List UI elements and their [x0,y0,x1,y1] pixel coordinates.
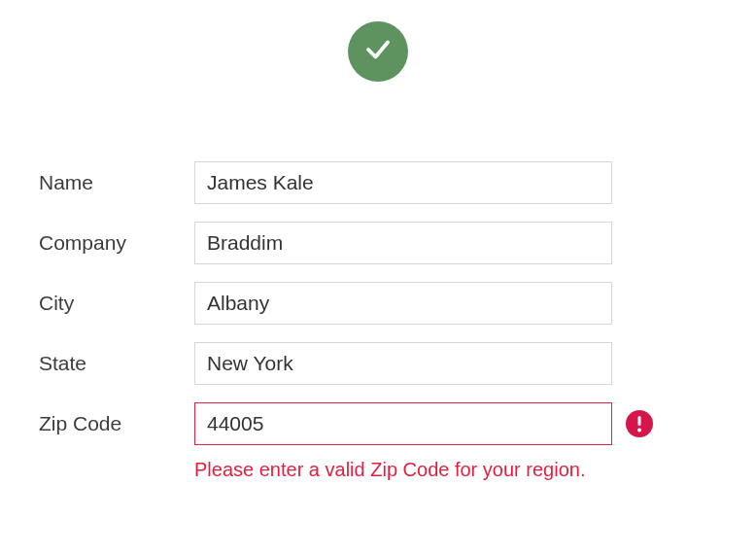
error-icon [626,410,653,437]
city-input[interactable] [194,282,612,325]
form-row-state: State [39,342,717,385]
checkmark-icon [363,35,393,68]
state-input[interactable] [194,342,612,385]
zip-label: Zip Code [39,412,194,435]
company-input[interactable] [194,222,612,264]
success-badge [348,21,408,82]
city-input-wrap [194,282,717,325]
state-label: State [39,352,194,375]
name-input-wrap [194,161,717,204]
company-input-wrap [194,222,717,264]
svg-rect-0 [638,416,641,426]
form-row-city: City [39,282,717,325]
form-row-company: Company [39,222,717,264]
svg-point-1 [637,428,641,432]
zip-error-message: Please enter a valid Zip Code for your r… [194,459,717,481]
zip-input[interactable] [194,402,612,445]
city-label: City [39,292,194,315]
form-row-name: Name [39,161,717,204]
company-label: Company [39,231,194,255]
name-label: Name [39,171,194,194]
state-input-wrap [194,342,717,385]
name-input[interactable] [194,161,612,204]
form-row-zip: Zip Code [39,402,717,445]
zip-input-wrap [194,402,717,445]
contact-form: Name Company City State Zip Code Please … [39,161,717,481]
